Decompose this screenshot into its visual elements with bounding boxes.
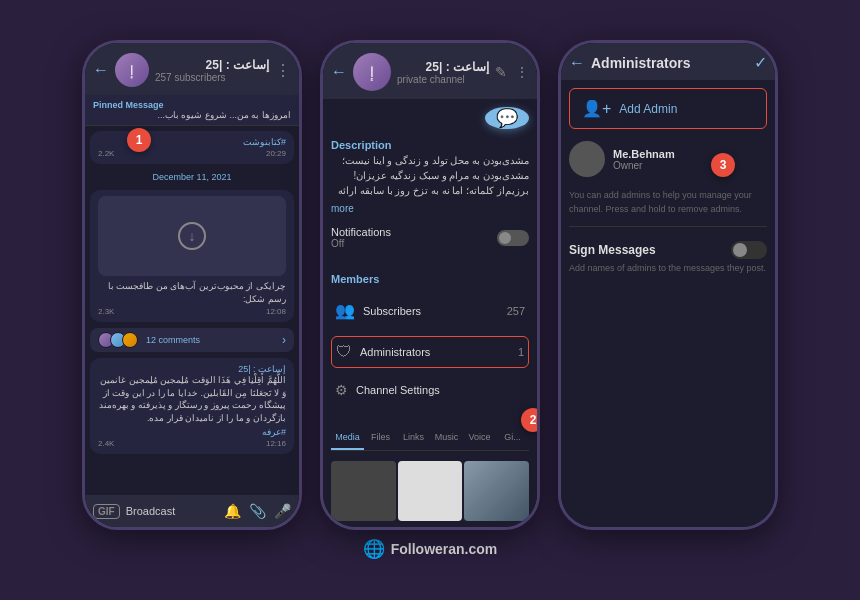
- add-icon: 👤+: [582, 99, 611, 118]
- tab-media[interactable]: Media: [331, 426, 364, 450]
- phone1-header: ← إ إساعت : |25 257 subscribers ⋮: [85, 43, 299, 95]
- globe-icon: 🌐: [363, 538, 385, 560]
- sign-toggle-knob: [733, 243, 747, 257]
- back-icon-3[interactable]: ←: [569, 54, 585, 72]
- footer-watermark: 🌐 Followeran.com: [363, 538, 498, 560]
- media-thumb-2: [398, 461, 463, 521]
- sign-messages-label: Sign Messages: [569, 243, 656, 257]
- settings-icon: ⚙: [335, 382, 348, 398]
- private-label: private channel: [397, 74, 489, 85]
- message-1: #کتابنوشت 2.2K 20:29: [90, 131, 294, 164]
- message-fab[interactable]: 💬: [485, 107, 529, 129]
- channel-name: إساعت : |25: [155, 58, 269, 72]
- message-image: ↓ چرایکی از محبوب‌ترین آب‌های من طافجست …: [90, 190, 294, 322]
- subscribers-label: Subscribers: [363, 305, 421, 317]
- admin-role: Owner: [613, 160, 675, 171]
- channel-name-2: إساعت : |25: [397, 60, 489, 74]
- back-icon[interactable]: ←: [93, 61, 109, 79]
- msg2-time: 12:08: [266, 307, 286, 316]
- gif-button[interactable]: GIF: [93, 504, 120, 519]
- title-block: إساعت : |25 257 subscribers: [155, 58, 269, 83]
- more-link[interactable]: more: [331, 203, 354, 214]
- comment-avatars: [98, 332, 134, 348]
- channel-settings-row[interactable]: ⚙ Channel Settings: [331, 378, 529, 402]
- tab-links[interactable]: Links: [397, 426, 430, 450]
- settings-label: Channel Settings: [356, 384, 440, 396]
- bell-icon[interactable]: 🔔: [224, 503, 241, 519]
- comments-bar[interactable]: 12 comments ›: [90, 328, 294, 352]
- subscribers-count-2: 257: [507, 305, 525, 317]
- subscribers-icon: 👥: [335, 301, 355, 320]
- phone1-footer: GIF Broadcast 🔔 📎 🎤: [85, 495, 299, 527]
- administrators-row[interactable]: 🛡 Administrators 1: [331, 336, 529, 368]
- badge-1: 1: [127, 128, 151, 152]
- phone2-header: ← إ إساعت : |25 private channel ✎ ⋮: [323, 43, 537, 99]
- check-icon[interactable]: ✓: [754, 53, 767, 72]
- badge-2: 2: [521, 408, 540, 432]
- badge-3: 3: [711, 153, 735, 177]
- notifications-toggle[interactable]: [497, 230, 529, 246]
- msg1-time: 20:29: [266, 149, 286, 158]
- download-icon[interactable]: ↓: [178, 222, 206, 250]
- add-admin-button[interactable]: 👤+ Add Admin: [569, 88, 767, 129]
- attach-icon[interactable]: 📎: [249, 503, 266, 519]
- image-placeholder: ↓: [98, 196, 286, 276]
- sign-messages-desc: Add names of admins to the messages they…: [569, 263, 767, 273]
- sign-messages-row: Sign Messages: [569, 237, 767, 263]
- sign-messages-section: Sign Messages Add names of admins to the…: [569, 237, 767, 273]
- phone2-body: 💬 Description مشدی‌بودن به محل تولد و زن…: [323, 99, 537, 527]
- broadcast-label: Broadcast: [126, 505, 218, 517]
- edit-icon[interactable]: ✎: [495, 64, 507, 80]
- tab-voice[interactable]: Voice: [463, 426, 496, 450]
- footer-icons: 🔔 📎 🎤: [224, 503, 291, 519]
- pinned-message: Pinned Message امروزها به من... شروع شیو…: [85, 95, 299, 126]
- tab-files[interactable]: Files: [364, 426, 397, 450]
- phone3-header: ← Administrators ✓: [561, 43, 775, 80]
- message-3: إساعت : |25 اللَّهُمَّ أَقِلْنِا فِي هَذ…: [90, 358, 294, 453]
- sign-messages-toggle[interactable]: [731, 241, 767, 259]
- msg3-time: 12:16: [266, 439, 286, 448]
- notifications-row: Notifications Off: [331, 226, 529, 249]
- more-icon[interactable]: ⋮: [275, 61, 291, 80]
- comments-arrow: ›: [282, 333, 286, 347]
- admin-name: Me.Behnam: [613, 148, 675, 160]
- msg3-hashtag: #عرفه: [98, 427, 286, 437]
- subscribers-count: 257 subscribers: [155, 72, 269, 83]
- msg1-stats: 2.2K: [98, 149, 114, 158]
- mic-icon[interactable]: 🎤: [274, 503, 291, 519]
- administrators-count: 1: [518, 346, 524, 358]
- description-label: Description: [331, 139, 529, 151]
- header-icons-2: ✎ ⋮: [495, 64, 529, 80]
- back-icon-2[interactable]: ←: [331, 63, 347, 81]
- comments-count: 12 comments: [146, 335, 200, 345]
- description-section: Description مشدی‌بودن به محل تولد و زندگ…: [331, 139, 529, 216]
- members-label: Members: [331, 273, 529, 285]
- help-text: You can add admins to help you manage yo…: [569, 189, 767, 216]
- more-icon-2[interactable]: ⋮: [515, 64, 529, 80]
- tab-music[interactable]: Music: [430, 426, 463, 450]
- phone3-body: 👤+ Add Admin Me.Behnam Owner You can add…: [561, 80, 775, 527]
- phone-2: ← إ إساعت : |25 private channel ✎ ⋮ 💬 De…: [320, 40, 540, 530]
- pinned-label: Pinned Message: [93, 100, 291, 110]
- page-title: Administrators: [591, 55, 748, 71]
- phone-3: ← Administrators ✓ 👤+ Add Admin Me.Behna…: [558, 40, 778, 530]
- admin-avatar: [569, 141, 605, 177]
- admin-row: Me.Behnam Owner: [569, 137, 767, 181]
- media-grid: [331, 461, 529, 521]
- messages-list: #کتابنوشت 2.2K 20:29 December 11, 2021 ↓…: [85, 126, 299, 495]
- media-thumb-1: [331, 461, 396, 521]
- title-block-2: إساعت : |25 private channel: [397, 60, 489, 85]
- channel-avatar-2: إ: [353, 53, 391, 91]
- description-text: مشدی‌بودن به محل تولد و زندگی و اینا نیس…: [331, 153, 529, 198]
- subscribers-row[interactable]: 👥 Subscribers 257: [331, 295, 529, 326]
- administrators-label: Administrators: [360, 346, 430, 358]
- media-thumb-3: [464, 461, 529, 521]
- admin-icon: 🛡: [336, 343, 352, 361]
- msg2-stats: 2.3K: [98, 307, 114, 316]
- date-divider: December 11, 2021: [90, 172, 294, 182]
- tab-gif[interactable]: Gi...: [496, 426, 529, 450]
- channel-avatar: إ: [115, 53, 149, 87]
- commenter-avatar-3: [122, 332, 138, 348]
- media-tabs: Media Files Links Music Voice Gi...: [331, 426, 529, 451]
- toggle-knob: [499, 232, 511, 244]
